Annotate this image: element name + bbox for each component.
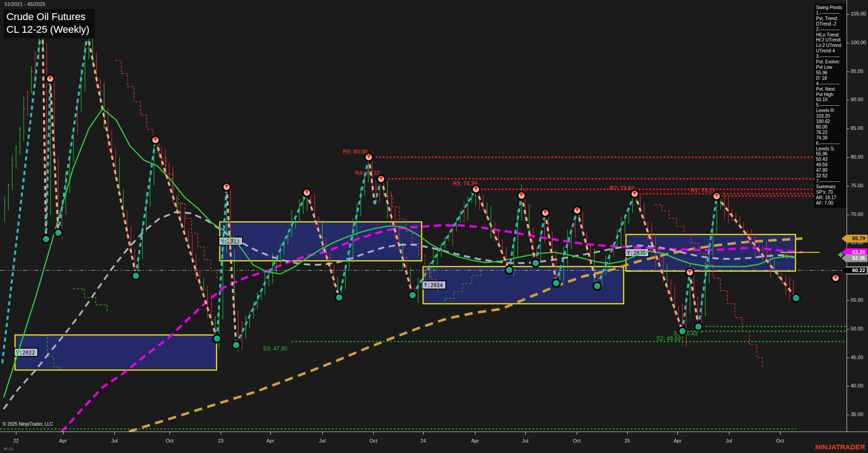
time-axis-tick bbox=[270, 432, 271, 435]
time-axis-label: Jul bbox=[105, 438, 124, 443]
panel-line: 7.------------- bbox=[816, 179, 848, 184]
zigzag-down-leg bbox=[155, 140, 217, 339]
ninjatrader-chart-window: Y:2022Y:2023Y:2024Y:2025R5: 80.00R4: 76.… bbox=[0, 0, 868, 453]
fib-level-label: F0 bbox=[782, 254, 788, 259]
panel-line: 4.------------- bbox=[816, 81, 848, 87]
swing-pivot-marker-high bbox=[222, 182, 232, 192]
swing-pivot-marker-low bbox=[694, 322, 703, 331]
price-axis-label: 55.00 bbox=[851, 297, 863, 303]
zigzag-down-leg bbox=[476, 189, 509, 270]
swing-pivot-marker-high bbox=[302, 188, 312, 197]
price-axis-label: 95.00 bbox=[851, 68, 863, 74]
swing-pivot-marker-high bbox=[364, 152, 374, 162]
panel-line: 103.20 bbox=[816, 113, 848, 119]
panel-line: SP's: 70 bbox=[816, 190, 848, 195]
swing-pivot-marker-low bbox=[531, 258, 541, 268]
instrument-label: W CL bbox=[4, 447, 14, 451]
time-axis-label: Oct bbox=[568, 438, 586, 443]
time-axis-tick bbox=[373, 432, 374, 435]
swing-pivot-marker-low bbox=[54, 228, 63, 237]
swing-pivot-marker-low bbox=[232, 340, 241, 350]
panel-line: 32.52 bbox=[816, 173, 848, 179]
price-axis-label: 50.00 bbox=[851, 326, 863, 331]
chart-title-line2: CL 12-25 (Weekly) bbox=[6, 23, 89, 36]
price-chart-canvas[interactable]: Y:2022Y:2023Y:2024Y:2025R5: 80.00R4: 76.… bbox=[0, 0, 847, 432]
year-box-2023: Y:2023 bbox=[219, 222, 422, 261]
swing-pivot-marker-high bbox=[377, 174, 386, 184]
price-axis-tick bbox=[847, 100, 849, 100]
panel-line: 50.43 bbox=[816, 157, 848, 162]
time-axis-tick bbox=[780, 432, 780, 435]
time-axis-tick bbox=[221, 432, 221, 435]
swing-pivot-marker-low bbox=[791, 293, 801, 303]
price-axis-label: 105.00 bbox=[851, 11, 866, 16]
date-range-label: 51/2021 - 45/2025 bbox=[5, 1, 45, 7]
panel-line: Lo:2 UTrend bbox=[816, 43, 848, 48]
time-axis-label: Oct bbox=[771, 438, 789, 443]
price-axis-label: 40.00 bbox=[851, 383, 863, 388]
price-axis-tick bbox=[847, 386, 849, 386]
resistance-label: R1: 73.21 bbox=[691, 187, 715, 194]
time-axis-label: 24 bbox=[414, 438, 432, 443]
panel-line: 2.------------- bbox=[816, 27, 848, 32]
price-axis-label: 90.00 bbox=[851, 97, 863, 102]
panel-line: Pvt. Evolve: bbox=[816, 59, 848, 65]
time-axis-label: Apr bbox=[668, 438, 687, 443]
panel-line: 1.------------- bbox=[816, 10, 848, 16]
time-axis-tick bbox=[577, 432, 577, 435]
time-axis-label: 23 bbox=[212, 438, 230, 443]
zigzag-down-leg bbox=[88, 34, 136, 276]
panel-line: 63.10 bbox=[816, 97, 848, 103]
price-axis[interactable]: 105.00100.0095.0090.0085.0080.0075.0070.… bbox=[847, 0, 868, 432]
panel-line: Hi:2 UTrend bbox=[816, 37, 848, 43]
swing-pivot-marker-high bbox=[151, 135, 160, 145]
panel-line: Summary bbox=[816, 184, 848, 190]
time-axis-label: Jul bbox=[516, 438, 534, 443]
swing-pivot-marker-high bbox=[630, 189, 640, 199]
year-box-2022: Y:2022 bbox=[14, 335, 217, 370]
swing-pivot-marker-high bbox=[517, 191, 527, 201]
panel-line: 5.------------- bbox=[816, 103, 848, 108]
panel-line: 55.96 bbox=[816, 151, 848, 157]
chart-title-line1: Crude Oil Futures bbox=[6, 10, 89, 23]
last-price-tag: 60.22 bbox=[842, 267, 868, 274]
price-axis-tick bbox=[847, 43, 849, 43]
time-axis-label: 25 bbox=[618, 438, 636, 443]
price-bars bbox=[5, 30, 795, 352]
swing-pivot-marker-high bbox=[471, 185, 481, 194]
time-axis-tick bbox=[170, 432, 170, 435]
swing-pivot-marker-low bbox=[212, 334, 222, 344]
time-axis-label: Apr bbox=[466, 438, 484, 443]
panel-line: 80.00 bbox=[816, 124, 848, 130]
panel-line: 49.59 bbox=[816, 162, 848, 168]
panel-line: Pvt. Next: bbox=[816, 87, 848, 92]
swing-pivot-marker-high bbox=[541, 208, 550, 217]
time-axis-tick bbox=[16, 432, 16, 435]
price-axis-tick bbox=[847, 215, 849, 215]
panel-line: D: 18 bbox=[816, 76, 848, 81]
swing-pivot-marker-low bbox=[131, 271, 141, 281]
time-axis-label: Oct bbox=[160, 438, 179, 443]
time-axis-tick bbox=[63, 432, 63, 435]
time-axis-tick bbox=[114, 432, 115, 435]
resistance-label: R5: 80.00 bbox=[343, 149, 367, 155]
panel-line: 3.------------- bbox=[816, 54, 848, 59]
swing-pivot-marker-high bbox=[685, 268, 695, 277]
time-axis-tick bbox=[475, 432, 475, 435]
price-axis-label: 35.00 bbox=[851, 412, 863, 417]
panel-line: HiLo Trend: bbox=[816, 32, 848, 38]
panel-line: 55.96 bbox=[816, 70, 848, 76]
year-box-label: Y:2024 bbox=[424, 282, 443, 288]
panel-line: UTrend 4 bbox=[816, 48, 848, 54]
time-axis-tick bbox=[525, 432, 526, 435]
time-axis-label: Jul bbox=[720, 438, 738, 443]
panel-line: Pvt Low bbox=[816, 65, 848, 70]
price-axis-tick bbox=[847, 329, 849, 329]
panel-line: Pvt. Trend: bbox=[816, 16, 848, 21]
time-axis-label: Apr bbox=[54, 438, 72, 443]
time-axis[interactable]: W CL NINJATRADER 22AprJulOct23AprJulOct2… bbox=[0, 432, 868, 453]
zigzag-down-leg bbox=[227, 187, 236, 345]
swing-pivot-marker-high bbox=[46, 74, 55, 83]
price-axis-tick bbox=[847, 243, 849, 243]
support-label: S3: 47.80 bbox=[263, 345, 288, 352]
